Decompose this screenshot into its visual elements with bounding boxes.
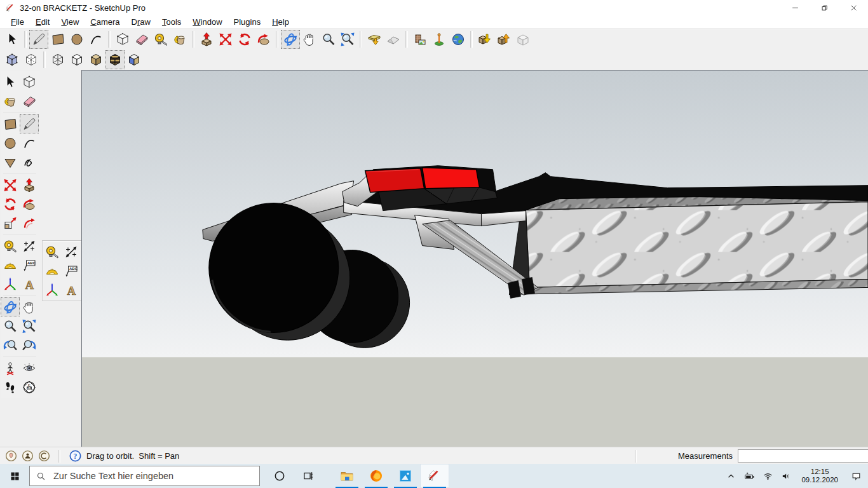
explorer-taskbar-button[interactable]	[332, 464, 362, 488]
tape-tool-button[interactable]	[151, 30, 170, 49]
addlocation-tool-button[interactable]	[365, 30, 384, 49]
volume-button[interactable]	[777, 464, 796, 488]
xray-tool-button[interactable]	[3, 50, 22, 69]
menu-file[interactable]: File	[5, 17, 30, 27]
rectangle-tool-button[interactable]	[1, 114, 20, 133]
rotate-tool-button[interactable]	[235, 30, 254, 49]
shaded-tool-button[interactable]	[86, 50, 105, 69]
measurements-input[interactable]	[738, 449, 868, 463]
task-view-button[interactable]	[294, 464, 323, 488]
menu-window[interactable]: Window	[187, 17, 227, 27]
monochrome-tool-button[interactable]	[125, 50, 144, 69]
claim-attribution-icon[interactable]	[37, 449, 51, 463]
rectangle-tool-button[interactable]	[48, 30, 67, 49]
cortana-button[interactable]	[265, 464, 294, 488]
minimize-button[interactable]	[780, 0, 810, 15]
wireframe-tool-button[interactable]	[48, 50, 67, 69]
eraser-tool-button[interactable]	[132, 30, 151, 49]
orbit-tool-button[interactable]	[1, 297, 20, 316]
shadedtex-tool-button[interactable]	[105, 50, 125, 69]
terrain-tool-button[interactable]	[384, 30, 403, 49]
photos-taskbar-button[interactable]	[391, 464, 420, 488]
help-icon[interactable]	[69, 449, 82, 463]
network-button[interactable]	[759, 464, 777, 488]
freehand-tool-button[interactable]	[20, 152, 39, 172]
circle-tool-button[interactable]	[1, 133, 20, 152]
sharecomp-tool-button[interactable]	[513, 30, 532, 49]
zoomext-tool-button[interactable]	[20, 316, 39, 336]
pushpull-tool-button[interactable]	[197, 30, 216, 49]
line-tool-button[interactable]	[20, 114, 39, 133]
menu-edit[interactable]: Edit	[30, 17, 55, 27]
menu-plugins[interactable]: Plugins	[228, 17, 267, 27]
sharemodel-tool-button[interactable]	[494, 30, 513, 49]
menu-camera[interactable]: Camera	[85, 17, 125, 27]
component-tool-button[interactable]	[113, 30, 132, 49]
arc-tool-button[interactable]	[20, 133, 39, 152]
board-side-face[interactable]	[526, 202, 868, 288]
restore-button[interactable]	[810, 0, 839, 15]
rotate-tool-button[interactable]	[1, 194, 20, 214]
paint-tool-button[interactable]	[170, 30, 189, 49]
circle-tool-button[interactable]	[67, 30, 86, 49]
menu-help[interactable]: Help	[266, 17, 295, 27]
nextzoom-tool-button[interactable]	[20, 336, 39, 355]
move-tool-button[interactable]	[1, 175, 20, 194]
axes-tool-button[interactable]	[1, 274, 20, 294]
search-input[interactable]	[52, 470, 254, 482]
section-tool-button[interactable]	[20, 377, 39, 396]
axes-tool-button[interactable]	[43, 280, 62, 299]
person-tool-button[interactable]	[430, 30, 449, 49]
arc-tool-button[interactable]	[86, 30, 105, 49]
protractor-tool-button[interactable]	[1, 255, 20, 274]
pushpull-tool-button[interactable]	[20, 175, 39, 194]
getmodels-tool-button[interactable]	[475, 30, 494, 49]
tape-tool-button[interactable]	[1, 236, 20, 255]
line-tool-button[interactable]	[29, 30, 48, 49]
zoom-tool-button[interactable]	[1, 316, 20, 336]
menu-draw[interactable]: Draw	[126, 17, 156, 27]
close-button[interactable]	[839, 0, 868, 15]
phototex-tool-button[interactable]	[410, 30, 430, 49]
sketchup-taskbar-button[interactable]	[420, 464, 449, 488]
prevzoom-tool-button[interactable]	[1, 336, 20, 355]
text3d-tool-button[interactable]	[20, 274, 39, 294]
textabc-tool-button[interactable]	[20, 255, 39, 274]
poscam-tool-button[interactable]	[1, 358, 20, 377]
pan-tool-button[interactable]	[300, 30, 319, 49]
tray-chevron-button[interactable]	[722, 464, 740, 488]
action-center-button[interactable]	[844, 464, 868, 488]
tape-tool-button[interactable]	[43, 242, 62, 261]
credits-icon[interactable]	[21, 449, 34, 463]
battery-button[interactable]	[740, 464, 759, 488]
pan-tool-button[interactable]	[20, 297, 39, 316]
component-tool-button[interactable]	[20, 72, 39, 92]
protractor-tool-button[interactable]	[43, 261, 62, 280]
followme-tool-button[interactable]	[20, 194, 39, 214]
select-tool-button[interactable]	[3, 30, 22, 49]
offset-tool-button[interactable]	[20, 214, 39, 233]
dimension-tool-button[interactable]	[62, 242, 81, 261]
followme-tool-button[interactable]	[254, 30, 273, 49]
clock[interactable]: 12:15 09.12.2020	[796, 468, 844, 485]
textabc-tool-button[interactable]	[62, 261, 81, 280]
taskbar-search[interactable]	[29, 466, 260, 486]
polygon-tool-button[interactable]	[1, 152, 20, 172]
globe-tool-button[interactable]	[449, 30, 468, 49]
zoom-tool-button[interactable]	[319, 30, 338, 49]
select-tool-button[interactable]	[1, 72, 20, 92]
lookaround-tool-button[interactable]	[20, 358, 39, 377]
paint-tool-button[interactable]	[1, 92, 20, 111]
scale-tool-button[interactable]	[1, 214, 20, 233]
move-tool-button[interactable]	[216, 30, 235, 49]
walk-tool-button[interactable]	[1, 377, 20, 396]
zoomext-tool-button[interactable]	[338, 30, 357, 49]
model-viewport[interactable]	[81, 70, 868, 447]
dimension-tool-button[interactable]	[20, 236, 39, 255]
menu-tools[interactable]: Tools	[156, 17, 187, 27]
text3d-tool-button[interactable]	[62, 280, 81, 299]
backedges-tool-button[interactable]	[22, 50, 41, 69]
hiddenline-tool-button[interactable]	[67, 50, 86, 69]
menu-view[interactable]: View	[55, 17, 85, 27]
eraser-tool-button[interactable]	[20, 92, 39, 111]
